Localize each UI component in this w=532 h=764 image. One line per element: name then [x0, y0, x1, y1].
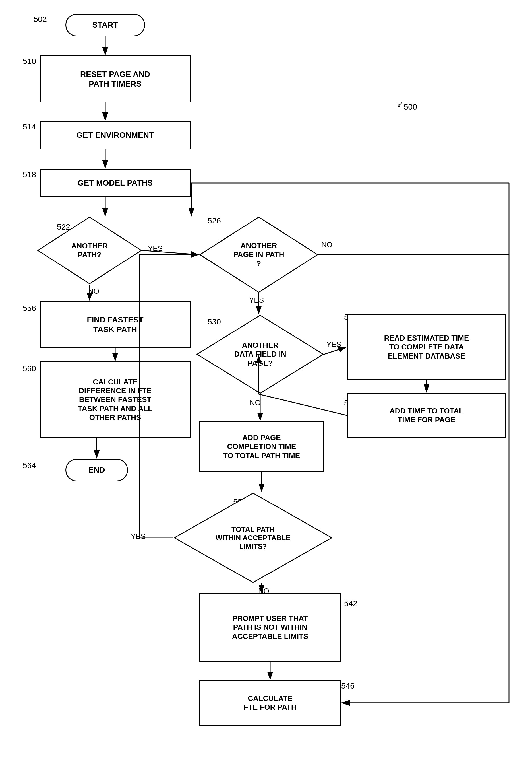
calc-diff-node: CALCULATE DIFFERENCE IN FTE BETWEEN FAST… — [40, 361, 191, 438]
ref-556: 556 — [23, 304, 36, 313]
ref-500: 500 — [404, 102, 417, 111]
ref-514: 514 — [23, 122, 36, 131]
yes-label-page: YES — [249, 296, 264, 305]
add-time-node: ADD TIME TO TOTAL TIME FOR PAGE — [347, 393, 506, 438]
yes-label-total: YES — [131, 532, 146, 541]
ref-546: 546 — [341, 681, 354, 690]
no-label-total: NO — [258, 587, 269, 596]
ref-560: 560 — [23, 364, 36, 373]
another-path-diamond: ANOTHER PATH? — [37, 216, 142, 285]
flowchart-diagram: 500 ↙ 502 START 510 RESET PAGE AND PATH … — [0, 0, 532, 764]
read-estimated-node: READ ESTIMATED TIME TO COMPLETE DATA ELE… — [347, 314, 506, 380]
start-node: START — [66, 14, 145, 36]
yes-label-data: YES — [327, 340, 341, 349]
end-node: END — [66, 459, 128, 481]
ref-542: 542 — [344, 599, 357, 608]
no-label-path: NO — [88, 287, 99, 295]
ref-510: 510 — [23, 57, 36, 66]
prompt-user-node: PROMPT USER THAT PATH IS NOT WITHIN ACCE… — [199, 593, 341, 662]
no-label-data: NO — [250, 398, 261, 407]
another-data-diamond: ANOTHER DATA FIELD IN PAGE? — [196, 314, 324, 394]
get-model-node: GET MODEL PATHS — [40, 169, 191, 197]
calc-fte-node: CALCULATE FTE FOR PATH — [199, 680, 341, 726]
ref-502: 502 — [34, 15, 47, 24]
total-path-diamond: TOTAL PATH WITHIN ACCEPTABLE LIMITS? — [174, 492, 333, 583]
ref-518: 518 — [23, 170, 36, 179]
add-page-completion-node: ADD PAGE COMPLETION TIME TO TOTAL PATH T… — [199, 421, 324, 473]
get-env-node: GET ENVIRONMENT — [40, 121, 191, 149]
ref-564: 564 — [23, 461, 36, 470]
svg-line-19 — [259, 394, 347, 415]
find-fastest-node: FIND FASTEST TASK PATH — [40, 301, 191, 348]
no-label-page: NO — [321, 241, 332, 249]
reset-node: RESET PAGE AND PATH TIMERS — [40, 56, 191, 102]
yes-label-path: YES — [148, 244, 163, 253]
another-page-diamond: ANOTHER PAGE IN PATH ? — [199, 216, 319, 293]
